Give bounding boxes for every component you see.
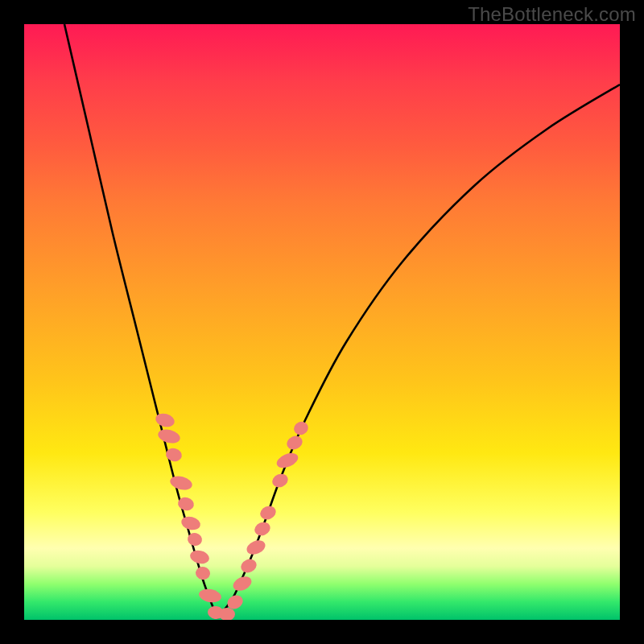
data-marker <box>258 504 279 522</box>
data-marker <box>245 538 267 557</box>
data-marker <box>168 474 193 493</box>
data-marker <box>270 472 291 489</box>
data-marker <box>275 450 300 471</box>
data-marker <box>189 549 211 566</box>
data-marker <box>291 419 310 437</box>
data-marker <box>239 557 259 576</box>
data-marker <box>195 565 212 580</box>
watermark-text: TheBottleneck.com <box>468 3 636 26</box>
data-marker <box>156 427 181 446</box>
data-marker <box>285 434 305 452</box>
plot-area <box>24 24 620 620</box>
curve-layer <box>24 24 620 620</box>
data-marker <box>180 514 201 531</box>
data-marker <box>253 520 273 538</box>
chart-frame: TheBottleneck.com <box>0 0 644 644</box>
curve-bottleneck-right <box>217 85 620 618</box>
data-marker <box>198 588 222 605</box>
